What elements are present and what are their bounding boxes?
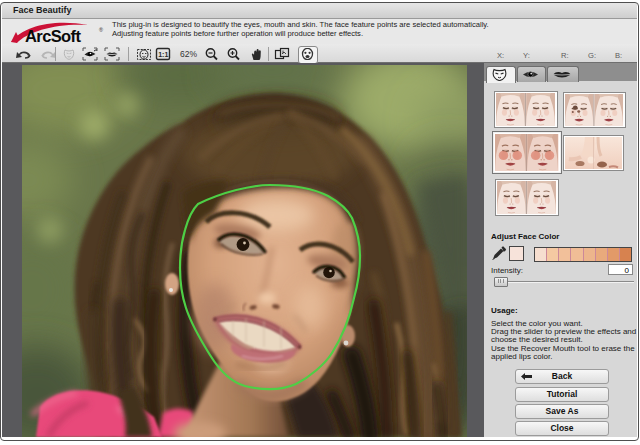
svg-text:®: ® bbox=[99, 27, 103, 33]
svg-text:1:1: 1:1 bbox=[158, 51, 168, 58]
svg-text:ArcSoft: ArcSoft bbox=[25, 27, 81, 45]
svg-text:62%: 62% bbox=[180, 49, 197, 59]
